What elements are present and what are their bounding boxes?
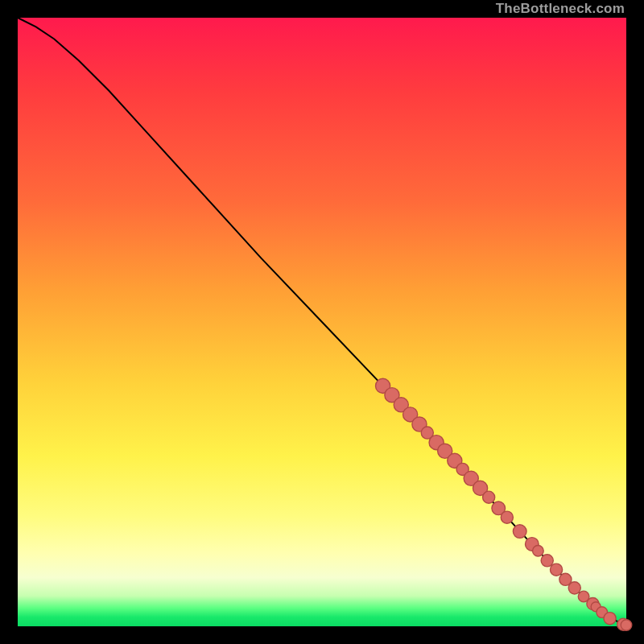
bottleneck-curve bbox=[18, 18, 626, 625]
watermark-text: TheBottleneck.com bbox=[496, 0, 625, 18]
data-points-group bbox=[376, 378, 632, 630]
chart-overlay bbox=[18, 18, 626, 626]
chart-stage: TheBottleneck.com bbox=[0, 0, 644, 644]
